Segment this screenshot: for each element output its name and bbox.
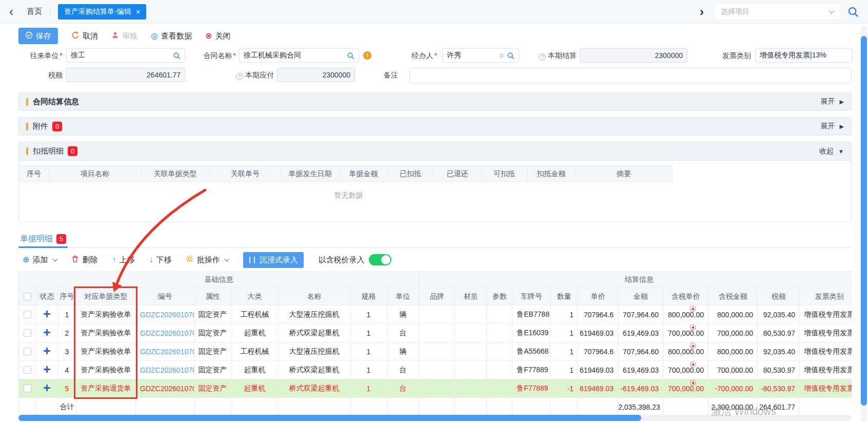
save-button[interactable]: 保存 <box>18 28 58 44</box>
cell-code[interactable]: GDZC202601070001 <box>136 305 194 324</box>
column-header: 含税金额 <box>708 288 758 305</box>
cell-tax: 80,530.97 <box>758 324 800 342</box>
row-checkbox[interactable] <box>24 311 31 318</box>
current-settlement-input: 2300000 <box>580 48 687 63</box>
cell-unit: 台 <box>387 361 419 379</box>
cell-code[interactable]: GDZC202601070002 <box>136 324 194 342</box>
remark-input[interactable] <box>409 68 852 83</box>
cell-amount: 619,469.03 <box>618 324 663 342</box>
handler-input[interactable]: 许秀 ⊗ <box>442 48 519 63</box>
move-up-button[interactable]: ↑ 上移 <box>112 255 134 265</box>
deduction-header[interactable]: 扣抵明细 0 收起▼ <box>19 142 851 161</box>
forward-chevron-icon[interactable]: › <box>700 6 704 18</box>
cell-invoice: 增值税专用发票|1 <box>800 324 852 342</box>
row-checkbox[interactable] <box>24 348 31 355</box>
cell-tax_price: 700,000.00 <box>663 324 708 342</box>
cell-tax_amount: 800,000.00 <box>708 305 758 324</box>
table-group-header-row: 基础信息结算信息 <box>19 272 852 288</box>
tab-home[interactable]: 首页 <box>27 7 42 16</box>
select-all-checkbox[interactable] <box>24 293 31 300</box>
cancel-button[interactable]: 取消 <box>71 31 98 41</box>
cell-tax_amount: 800,000.00 <box>708 342 758 361</box>
expand-row-plus-icon[interactable] <box>44 366 50 373</box>
cell-brand <box>419 379 455 398</box>
cell-brand <box>419 305 455 324</box>
column-header: 规格 <box>350 288 387 305</box>
clear-icon[interactable]: ⊗ <box>499 51 505 60</box>
vertical-scrollbar-thumb[interactable] <box>861 36 867 406</box>
expand-row-plus-icon[interactable] <box>44 385 50 391</box>
cell-name: 桥式双梁起重机 <box>279 324 350 342</box>
close-button[interactable]: ⊗ 关闭 <box>205 31 230 41</box>
expand-row-plus-icon[interactable] <box>44 329 50 336</box>
cell-qty: 1 <box>550 324 578 342</box>
view-data-button[interactable]: ◎ 查看数据 <box>151 31 192 41</box>
cell-name: 桥式双梁起重机 <box>279 361 350 379</box>
cell-category: 工程机械 <box>231 305 279 324</box>
immersive-entry-button[interactable]: 沉浸式录入 <box>243 252 304 268</box>
contract-value: 徐工机械采购合同 <box>244 51 301 60</box>
partner-input[interactable]: 徐工 <box>66 48 185 63</box>
tab-close-icon[interactable]: × <box>136 7 141 16</box>
edited-cell-marker <box>690 380 696 386</box>
column-header: 状态 <box>36 288 58 305</box>
total-cell <box>76 398 136 415</box>
deduction-column-header: 项目名称 <box>49 165 141 182</box>
horizontal-scrollbar-thumb[interactable] <box>18 415 641 421</box>
tab-document-detail[interactable]: 单据明细 5 <box>18 231 68 248</box>
tax-price-toggle-group: 以含税价录入 <box>318 254 391 265</box>
expand-row-plus-icon[interactable] <box>44 348 50 354</box>
cell-attr: 固定资产 <box>194 305 231 324</box>
row-checkbox[interactable] <box>24 366 31 374</box>
section-contract-settlement[interactable]: 合同结算信息 展开▶ <box>18 92 852 111</box>
audit-button[interactable]: 审核 <box>111 31 137 41</box>
cell-tax_price: 700,000.00 <box>663 361 708 379</box>
cell-tax: 92,035.40 <box>758 342 800 361</box>
search-icon[interactable] <box>847 6 859 17</box>
project-select[interactable]: 选择项目 <box>714 4 840 20</box>
column-header: 材质 <box>455 288 487 305</box>
batch-operation-button[interactable]: 批操作 <box>186 255 229 265</box>
search-icon[interactable] <box>347 52 354 60</box>
cell-invoice: 增值税专用发票|1 <box>800 379 852 398</box>
expand-row-plus-icon[interactable] <box>44 311 50 317</box>
expand-toggle[interactable]: 展开▶ <box>821 122 844 131</box>
cell-checkbox <box>19 305 36 324</box>
total-cell <box>663 398 708 415</box>
cell-doc_type: 资产采购退货单 <box>76 379 136 398</box>
collapse-toggle[interactable]: 收起▼ <box>819 147 844 156</box>
row-checkbox[interactable] <box>24 329 31 337</box>
invoice-type-input[interactable]: 增值税专用发票|13% <box>755 48 853 63</box>
cell-tax: 92,035.40 <box>758 305 800 324</box>
add-button[interactable]: ⊕ 添加 <box>23 255 57 265</box>
undo-icon <box>71 31 80 41</box>
total-cell <box>487 398 512 415</box>
expand-toggle[interactable]: 展开▶ <box>821 97 844 106</box>
search-icon[interactable] <box>507 52 515 60</box>
section-attachments[interactable]: 附件 0 展开▶ <box>18 117 852 136</box>
current-payable-input: 2300000 <box>277 68 355 82</box>
cell-code[interactable]: GDZC202601070003 <box>136 342 194 361</box>
detail-table-viewport: 基础信息结算信息状态序号对应单据类型编号属性大类名称规格单位品牌材质参数车牌号数… <box>18 271 852 415</box>
total-label: 合计 <box>58 398 76 415</box>
contract-input[interactable]: 徐工机械采购合同 <box>239 48 359 63</box>
delete-button[interactable]: 删除 <box>71 255 97 265</box>
tab-asset-settlement-edit[interactable]: 资产采购结算单-编辑 × <box>58 4 146 20</box>
back-chevron-icon[interactable]: ‹ <box>9 6 13 18</box>
cell-invoice: 增值税专用发票|1 <box>800 305 852 324</box>
deduction-column-header: 可扣抵 <box>481 165 527 182</box>
row-checkbox[interactable] <box>24 385 31 392</box>
cell-code[interactable]: GDZC202601070004 <box>136 361 194 379</box>
cell-doc_type: 资产采购验收单 <box>76 342 136 361</box>
top-tab-bar: ‹ 首页 资产采购结算单-编辑 × › 选择项目 <box>0 0 868 24</box>
search-icon[interactable] <box>173 52 181 60</box>
tax-price-toggle[interactable] <box>369 254 391 265</box>
cell-invoice: 增值税专用发票|1 <box>800 342 852 361</box>
cell-code[interactable]: GDZC202601070004 <box>136 379 194 398</box>
cell-tax_price: 800,000.00 <box>663 342 708 361</box>
move-down-button[interactable]: ↓ 下移 <box>149 255 171 265</box>
cell-seq: 2 <box>58 324 76 342</box>
cell-status <box>36 324 58 342</box>
triangle-right-icon: ▶ <box>840 123 844 130</box>
cell-tax: 80,530.97 <box>758 361 800 379</box>
